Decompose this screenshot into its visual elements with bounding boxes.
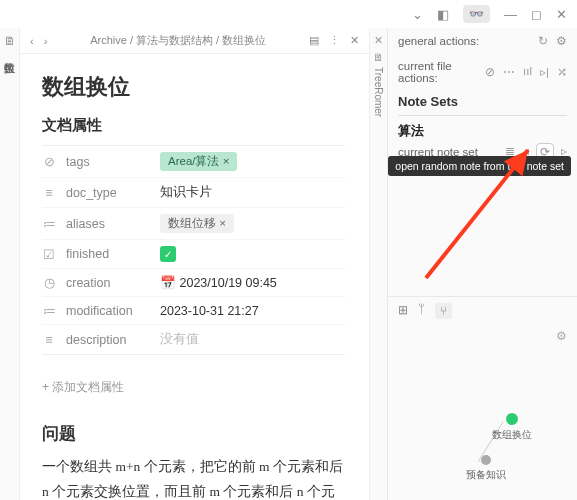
window-titlebar: ⌄ ◧ 👓 — ◻ ✕ <box>0 0 577 28</box>
right-panel: general actions: ↻ ⚙ current file action… <box>387 28 577 500</box>
file-actions-label: current file actions: <box>398 60 479 84</box>
panel-icon[interactable]: 🗎 <box>373 51 384 63</box>
prop-label: modification <box>66 304 150 318</box>
prop-value[interactable]: 📅 2023/10/19 09:45 <box>160 275 277 290</box>
editor-body: 数组换位 文档属性 ⊘tagsArea/算法 × ≡doc_type知识卡片 ≔… <box>20 54 369 500</box>
reading-mode-icon[interactable]: 👓 <box>463 5 490 23</box>
next-icon[interactable]: ▹| <box>540 65 549 79</box>
breadcrumb[interactable]: Archive / 算法与数据结构 / 数组换位 <box>57 33 299 48</box>
text-icon: ≡ <box>42 186 56 200</box>
close-icon[interactable]: ✕ <box>556 7 567 22</box>
general-actions-label: general actions: <box>398 35 532 47</box>
nav-back-icon[interactable]: ‹ <box>30 35 34 47</box>
problem-heading: 问题 <box>42 422 345 445</box>
dots-icon[interactable]: ⋯ <box>503 65 515 79</box>
panel-label[interactable]: TreeRomer <box>373 67 384 117</box>
page-menu-icon[interactable]: ▤ <box>309 34 319 47</box>
graph-node[interactable]: 预备知识 <box>466 455 506 482</box>
node-label: 数组换位 <box>492 428 532 442</box>
add-property-button[interactable]: + 添加文档属性 <box>42 373 345 402</box>
filter-icon[interactable]: ⊞ <box>398 303 408 319</box>
checkbox-checked[interactable]: ✓ <box>160 246 176 262</box>
list-icon: ≔ <box>42 303 56 318</box>
clock-icon: ◷ <box>42 275 56 290</box>
alias-chip[interactable]: 数组位移 × <box>160 214 234 233</box>
node-dot-icon <box>481 455 491 465</box>
prop-label: aliases <box>66 217 150 231</box>
bars-icon[interactable]: ııl <box>523 65 532 79</box>
chevron-down-icon[interactable]: ⌄ <box>412 7 423 22</box>
nav-fwd-icon[interactable]: › <box>44 35 48 47</box>
file-icon[interactable]: 🗎 <box>4 34 16 48</box>
note-sets-heading: Note Sets <box>388 90 577 113</box>
tag-icon: ⊘ <box>42 154 56 169</box>
page-title: 数组换位 <box>42 72 345 102</box>
left-rail: 🗎 数组换位 <box>0 28 20 500</box>
minimize-icon[interactable]: — <box>504 7 517 22</box>
block-icon[interactable]: ⊘ <box>485 65 495 79</box>
graph-view[interactable]: 数组换位 预备知识 <box>388 347 577 500</box>
node-label: 预备知识 <box>466 468 506 482</box>
tag-chip[interactable]: Area/算法 × <box>160 152 237 171</box>
prop-label: creation <box>66 276 150 290</box>
refresh-icon[interactable]: ↻ <box>538 34 548 48</box>
shuffle-icon[interactable]: ⤮ <box>557 65 567 79</box>
prop-value[interactable]: 2023-10-31 21:27 <box>160 304 259 318</box>
properties-table: ⊘tagsArea/算法 × ≡doc_type知识卡片 ≔aliases数组位… <box>42 145 345 355</box>
note-set-name[interactable]: 算法 <box>388 118 577 144</box>
prop-label: tags <box>66 155 150 169</box>
middle-rail: ✕ 🗎 TreeRomer <box>369 28 387 500</box>
check-icon: ☑ <box>42 247 56 262</box>
more-icon[interactable]: ⋮ <box>329 34 340 47</box>
list-icon: ≔ <box>42 216 56 231</box>
sidebar-toggle-icon[interactable]: ◧ <box>437 7 449 22</box>
maximize-icon[interactable]: ◻ <box>531 7 542 22</box>
branch-icon[interactable]: ⑂ <box>435 303 452 319</box>
text-icon: ≡ <box>42 333 56 347</box>
gear-icon[interactable]: ⚙ <box>556 330 567 342</box>
hierarchy-icon[interactable]: ᛘ <box>418 303 425 319</box>
prop-label: doc_type <box>66 186 150 200</box>
tooltip: open random note from this note set <box>388 156 571 176</box>
close-tab-icon[interactable]: ✕ <box>350 34 359 47</box>
props-heading: 文档属性 <box>42 116 345 135</box>
graph-node[interactable]: 数组换位 <box>492 413 532 442</box>
prop-value-empty[interactable]: 没有值 <box>160 331 199 348</box>
prop-label: description <box>66 333 150 347</box>
close-panel-icon[interactable]: ✕ <box>374 34 383 47</box>
paragraph: 一个数组共 m+n 个元素，把它的前 m 个元素和后 n 个元素交换位置，而且前… <box>42 455 345 500</box>
prop-label: finished <box>66 247 150 261</box>
node-dot-icon <box>506 413 518 425</box>
prop-value[interactable]: 知识卡片 <box>160 184 212 201</box>
gear-icon[interactable]: ⚙ <box>556 34 567 48</box>
